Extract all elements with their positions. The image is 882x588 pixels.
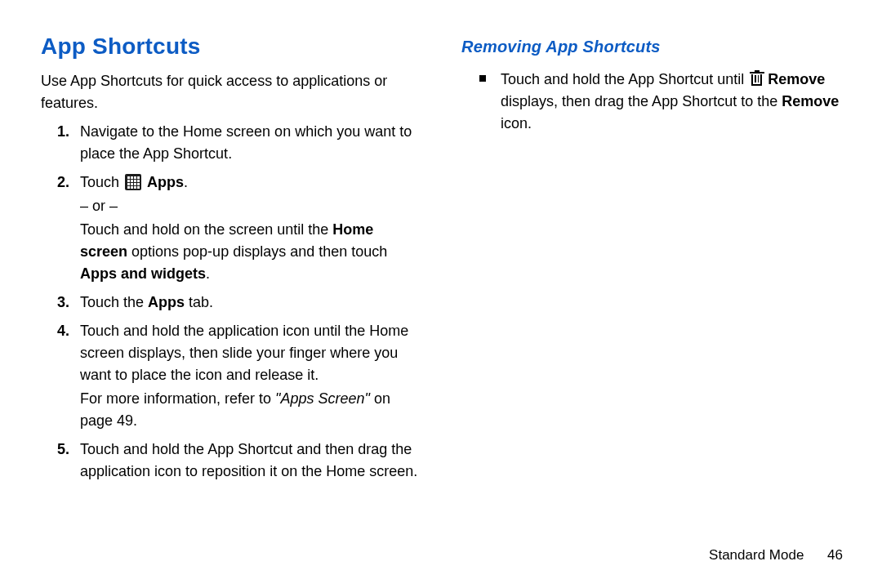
section-title: App Shortcuts <box>41 29 421 64</box>
step-2-alt-b: options pop-up displays and then touch <box>127 243 387 260</box>
step-4: Touch and hold the application icon unti… <box>80 320 421 432</box>
step-2-alt-c: . <box>206 265 210 282</box>
step-3: Touch the Apps tab. <box>80 292 421 314</box>
step-3-b: tab. <box>185 294 213 310</box>
step-2-label: Apps <box>147 174 184 190</box>
bullet-remove-a: Touch and hold the App Shortcut until <box>501 71 748 87</box>
step-2-alt-bold2: Apps and widgets <box>80 265 206 282</box>
bullet-remove-bold2: Remove <box>782 93 839 109</box>
step-2-alt: Touch and hold on the screen until the H… <box>80 219 421 285</box>
page-footer: Standard Mode 46 <box>709 545 843 566</box>
footer-section: Standard Mode <box>709 547 804 563</box>
step-5-text: Touch and hold the App Shortcut and then… <box>80 441 417 479</box>
step-1: Navigate to the Home screen on which you… <box>80 121 421 165</box>
step-4-ref: For more information, refer to "Apps Scr… <box>80 388 421 432</box>
intro-paragraph: Use App Shortcuts for quick access to ap… <box>41 70 421 114</box>
step-2-or: – or – <box>80 195 421 217</box>
step-2: Touch Apps. – or – Touch and hold on the… <box>80 172 421 285</box>
step-1-text: Navigate to the Home screen on which you… <box>80 123 412 162</box>
manual-page: App Shortcuts Use App Shortcuts for quic… <box>0 0 882 588</box>
trash-icon <box>750 70 764 87</box>
step-2-pre: Touch <box>80 174 123 190</box>
step-5: Touch and hold the App Shortcut and then… <box>80 439 421 483</box>
right-column: Removing App Shortcuts Touch and hold th… <box>445 29 849 572</box>
steps-list: Navigate to the Home screen on which you… <box>41 121 421 483</box>
left-column: App Shortcuts Use App Shortcuts for quic… <box>41 29 445 572</box>
step-3-bold: Apps <box>148 294 185 310</box>
bullet-remove-bold1: Remove <box>768 71 825 87</box>
step-3-a: Touch the <box>80 294 148 310</box>
footer-page-number: 46 <box>827 545 843 566</box>
apps-icon <box>125 174 141 190</box>
bullet-remove-c: icon. <box>501 115 532 131</box>
step-2-alt-a: Touch and hold on the screen until the <box>80 221 332 238</box>
step-4-ref-italic: "Apps Screen" <box>275 390 370 407</box>
bullet-list: Touch and hold the App Shortcut until Re… <box>461 69 841 135</box>
bullet-remove: Touch and hold the App Shortcut until Re… <box>501 69 841 135</box>
step-4-ref-a: For more information, refer to <box>80 390 275 407</box>
sub-title: Removing App Shortcuts <box>461 34 841 59</box>
step-4-text: Touch and hold the application icon unti… <box>80 323 408 383</box>
bullet-remove-b: displays, then drag the App Shortcut to … <box>501 93 782 109</box>
step-2-post: . <box>184 174 188 190</box>
